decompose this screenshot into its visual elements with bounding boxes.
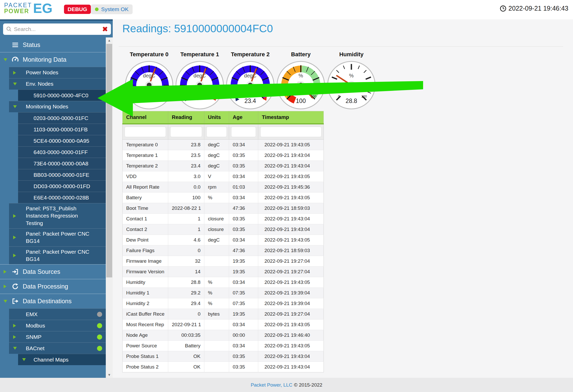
sidebar-item-5910-0000-0000-4fc0[interactable]: 5910-0000-0000-4FC0 bbox=[18, 90, 106, 101]
column-header-reading[interactable]: Reading bbox=[168, 111, 204, 124]
scroll-down-arrow-icon[interactable]: ▼ bbox=[106, 373, 113, 377]
sidebar-item-data-sources[interactable]: Data Sources bbox=[0, 264, 106, 279]
destination-status-dot bbox=[97, 334, 102, 340]
cell-units bbox=[204, 351, 229, 362]
filter-cell bbox=[204, 124, 229, 140]
sidebar-item-bb03-0000-0000-01fe[interactable]: BB03-0000-0000-01FE bbox=[18, 169, 106, 180]
sidebar-item-dd03-0000-0000-01fd[interactable]: DD03-0000-0000-01FD bbox=[18, 180, 106, 192]
sidebar-item-modbus[interactable]: Modbus bbox=[9, 320, 106, 331]
chevron-right-icon[interactable] bbox=[4, 285, 6, 288]
table-row: VDD3.0V03:342022-09-21 19:43:05 bbox=[123, 171, 324, 182]
sidebar-scrollbar: ▲ ▼ bbox=[106, 37, 113, 378]
sidebar-item-panel-packet-power-cnc-bg14[interactable]: Panel: Packet Power CNC BG14 bbox=[9, 246, 106, 265]
cell-age: 03:35 bbox=[229, 362, 258, 372]
logo-line2: POWER bbox=[4, 8, 32, 14]
cell-units: closure bbox=[204, 224, 229, 235]
sidebar-item-label: BB03-0000-0000-01FE bbox=[34, 172, 89, 178]
sidebar-item-label: Modbus bbox=[26, 321, 96, 331]
table-row: Contact 21closure03:352022-09-21 19:43:0… bbox=[123, 224, 324, 235]
sidebar-item-bacnet[interactable]: BACnet bbox=[9, 342, 106, 354]
cell-channel: Contact 1 bbox=[123, 214, 168, 224]
sidebar-item-label: 5CE4-0000-0000-0A95 bbox=[34, 138, 89, 144]
filter-cell bbox=[123, 124, 168, 140]
packet-power-logo[interactable]: PACKET POWER EG bbox=[4, 2, 52, 15]
sidebar-item-power-nodes[interactable]: Power Nodes bbox=[9, 67, 106, 78]
sidebar-item-snmp[interactable]: SNMP bbox=[9, 331, 106, 342]
chevron-down-icon[interactable] bbox=[22, 358, 26, 361]
cell-age: 03:34 bbox=[229, 140, 258, 150]
column-header-channel[interactable]: Channel bbox=[123, 111, 168, 124]
sidebar-item-data-processing[interactable]: Data Processing bbox=[0, 279, 106, 294]
sidebar-item-channel-maps[interactable]: Channel Maps bbox=[18, 354, 106, 365]
cell-reading: 29.2 bbox=[168, 288, 204, 298]
logo-eg: EG bbox=[33, 2, 52, 15]
cell-units bbox=[204, 341, 229, 351]
chevron-down-icon[interactable] bbox=[4, 58, 7, 61]
column-header-timestamp[interactable]: Timestamp bbox=[258, 111, 324, 124]
sidebar-item-1103-0000-0000-01fb[interactable]: 1103-0000-0000-01FB bbox=[18, 124, 106, 135]
cell-units: rpm bbox=[204, 182, 229, 193]
main-content: Readings: 5910000000004FC0 Temperature 0… bbox=[113, 19, 573, 378]
cell-channel: VDD bbox=[123, 171, 168, 182]
sidebar-item-label: 6403-0000-0000-01FF bbox=[34, 149, 88, 155]
cell-units bbox=[204, 256, 229, 267]
sidebar-item-6403-0000-0000-01ff[interactable]: 6403-0000-0000-01FF bbox=[18, 146, 106, 158]
chevron-right-icon[interactable] bbox=[13, 335, 16, 339]
filter-cell bbox=[168, 124, 204, 140]
sidebar-item-73e4-0000-0000-00a8[interactable]: 73E4-0000-0000-00A8 bbox=[18, 158, 106, 169]
column-header-units[interactable]: Units bbox=[204, 111, 229, 124]
cell-units bbox=[204, 330, 229, 341]
chevron-down-icon[interactable] bbox=[13, 83, 17, 85]
cell-timestamp: 2022-09-21 19:43:04 bbox=[258, 351, 324, 362]
chevron-down-icon[interactable] bbox=[13, 347, 17, 350]
filter-input-channel[interactable] bbox=[125, 127, 166, 137]
cell-channel: Humidity 1 bbox=[123, 288, 168, 298]
chevron-right-icon[interactable] bbox=[13, 214, 16, 218]
sidebar-item-panel-p5t3-publish-instances-regression-testing[interactable]: Panel: P5T3_Publish Instances Regression… bbox=[9, 203, 106, 228]
cell-age: 03:35 bbox=[229, 161, 258, 171]
cell-age: 01:03 bbox=[229, 182, 258, 193]
chevron-down-icon[interactable] bbox=[13, 105, 17, 108]
sidebar-item-5ce4-0000-0000-0a95[interactable]: 5CE4-0000-0000-0A95 bbox=[18, 135, 106, 146]
filter-input-age[interactable] bbox=[231, 127, 256, 137]
cell-units bbox=[204, 245, 229, 256]
chevron-right-icon[interactable] bbox=[13, 236, 16, 239]
sidebar-item-monitoring-nodes[interactable]: Monitoring Nodes bbox=[9, 101, 106, 112]
gauge-min-label: 0 bbox=[287, 94, 289, 98]
cell-timestamp: 2022-09-21 19:39:04 bbox=[258, 298, 324, 309]
sidebar-item-0203-0000-0000-01fc[interactable]: 0203-0000-0000-01FC bbox=[18, 112, 106, 124]
readings-table: ChannelReadingUnitsAgeTimestampTemperatu… bbox=[122, 111, 324, 372]
sidebar-item-e6e4-0000-0000-028b[interactable]: E6E4-0000-0000-028B bbox=[18, 192, 106, 203]
sidebar-item-panel-packet-power-cnc-bg14[interactable]: Panel: Packet Power CNC BG14 bbox=[9, 228, 106, 246]
sidebar-item-env-nodes[interactable]: Env. Nodes bbox=[9, 78, 106, 90]
chevron-right-icon[interactable] bbox=[4, 270, 6, 274]
clear-search-icon[interactable]: ✖ bbox=[102, 26, 108, 33]
footer-link[interactable]: Packet Power, LLC bbox=[251, 382, 293, 388]
chevron-right-icon[interactable] bbox=[13, 324, 16, 327]
cell-timestamp: 2022-09-21 19:43:05 bbox=[258, 341, 324, 351]
cell-channel: Temperature 1 bbox=[123, 150, 168, 161]
sidebar-item-monitoring-data[interactable]: Monitoring Data bbox=[0, 52, 106, 67]
filter-input-units[interactable] bbox=[206, 127, 227, 137]
cell-units: % bbox=[204, 277, 229, 288]
sidebar-item-label: BACnet bbox=[26, 343, 96, 354]
gauge-unit: degC bbox=[174, 73, 225, 79]
cell-reading: 14 bbox=[168, 267, 204, 277]
sidebar-item-data-destinations[interactable]: Data Destinations bbox=[0, 294, 106, 308]
search-input[interactable] bbox=[14, 26, 100, 32]
filter-input-timestamp[interactable] bbox=[260, 127, 321, 137]
chevron-right-icon[interactable] bbox=[13, 71, 16, 75]
table-row: Node Age00:03:3500:002022-09-21 19:46:40 bbox=[123, 330, 324, 341]
cell-timestamp: 2022-09-21 19:43:05 bbox=[258, 319, 324, 330]
scroll-up-arrow-icon[interactable]: ▲ bbox=[106, 38, 113, 42]
scrollbar-thumb[interactable] bbox=[106, 44, 112, 277]
chevron-right-icon[interactable] bbox=[13, 254, 16, 257]
chevron-down-icon[interactable] bbox=[4, 300, 7, 303]
sidebar-item-emx[interactable]: EMX bbox=[9, 308, 106, 320]
table-row: Failure Flags047:362022-09-21 18:59:03 bbox=[123, 245, 324, 256]
sidebar-item-status[interactable]: Status bbox=[0, 37, 106, 52]
cell-units: % bbox=[204, 288, 229, 298]
column-header-age[interactable]: Age bbox=[229, 111, 258, 124]
table-row: Temperature 023.8degC03:342022-09-21 19:… bbox=[123, 140, 324, 150]
filter-input-reading[interactable] bbox=[170, 127, 202, 137]
